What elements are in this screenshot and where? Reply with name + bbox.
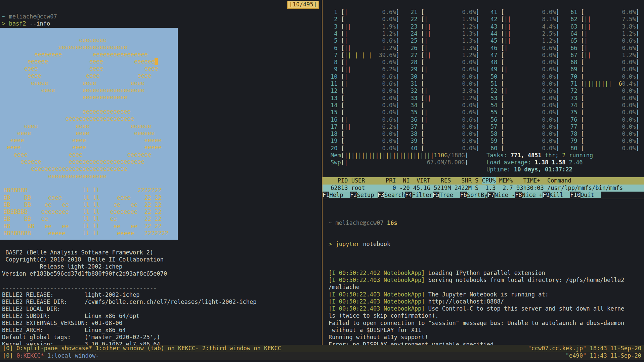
pane-jupyter[interactable]: ~ meliache@ccw07 16s > jupyter notebook …	[329, 205, 624, 355]
cpu-meter-43: 43 [|| 4.4%]	[490, 23, 559, 30]
cpu-meter-30: 30 [ 0.0%]	[411, 73, 479, 80]
cpu-meter-26: 26 [| 1.3%]	[411, 45, 479, 52]
cpu-meter-47: 47 [ 0.0%]	[490, 52, 559, 59]
fkey-f7[interactable]: F7Nice -	[487, 192, 515, 198]
cpu-meter-64: 64 [| 1.2%]	[570, 30, 639, 37]
fkey-f3[interactable]: F3Search	[378, 192, 405, 198]
window-item[interactable]: 2:third window on KEKCC	[202, 345, 281, 352]
swap-meter: Swp[| 67.0M/8.00G]	[331, 159, 468, 166]
window-item-current[interactable]: 0:split-pane showcase*	[16, 345, 92, 352]
fkey-f1[interactable]: F1Help	[323, 192, 350, 198]
fkey-f4[interactable]: F4Filter	[405, 192, 433, 198]
jupyter-log-line: [I 00:50:22.403 NotebookApp] The Jupyter…	[329, 291, 624, 298]
session-index: [0]	[3, 352, 16, 359]
prompt-caret-icon: >	[329, 241, 332, 247]
jupyter-log-line: [I 00:50:22.403 NotebookApp] http://loca…	[329, 298, 624, 305]
cpu-meter-5: 5 [| 0.6%]	[331, 37, 399, 44]
memory-meter: Mem[||||||||||||||||||||||||||110G/188G]	[331, 152, 468, 159]
copy-mode-position-badge: [10/495]	[287, 1, 319, 9]
status-host-clock: "ccw07.cc.kek.jp" 18:43 11-Sep-20	[528, 345, 641, 352]
window-item[interactable]: 1:local window-	[47, 352, 99, 359]
cpu-meter-60: 60 [ 0.0%]	[490, 145, 559, 152]
cpu-meter-7: 7 [|| | | | 39.6%]	[331, 52, 399, 59]
cpu-meter-51: 51 [ 0.0%]	[490, 80, 559, 87]
cpu-meter-53: 53 [ 0.0%]	[490, 95, 559, 102]
session-index: [0]	[3, 345, 16, 352]
cpu-meter-23: 23 [|| 1.2%]	[411, 23, 479, 30]
fkey-f5[interactable]: F5Tree	[433, 192, 460, 198]
basf2-release-info: BASF2 (Belle Analysis Software Framework…	[2, 249, 256, 348]
cpu-meter-55: 55 [ 0.0%]	[490, 109, 559, 116]
cpu-meter-63: 63 [|| 3.8%]	[570, 23, 639, 30]
cpu-meter-44: 44 [|| 2.5%]	[490, 30, 559, 37]
cpu-meter-45: 45 [|| 1.2%]	[490, 37, 559, 44]
command-args: notebook	[359, 241, 390, 247]
cpu-meter-25: 25 [| 1.3%]	[411, 37, 479, 44]
status-bar-remote-tmux: [0] 0:split-pane showcase* 1:other windo…	[0, 345, 644, 352]
cpu-meter-35: 35 [| 0.6%]	[411, 109, 479, 116]
command-name: jupyter	[332, 241, 359, 247]
cpu-meter-42: 42 [|| 8.1%]	[490, 16, 559, 23]
cpu-meter-75: 75 [ 0.0%]	[570, 109, 639, 116]
jupyter-log-line: [I 00:50:22.403 NotebookApp] Serving not…	[329, 277, 624, 284]
cpu-meter-14: 14 [ 0.0%]	[331, 102, 399, 109]
cpu-meter-28: 28 [ 0.0%]	[411, 59, 479, 66]
cpu-meter-62: 62 [|| 7.5%]	[570, 16, 639, 23]
cpu-meter-79: 79 [ 0.0%]	[570, 137, 639, 145]
cpu-meter-17: 17 [|| 6.2%]	[331, 123, 399, 130]
cpu-meter-38: 38 [ 0.0%]	[411, 130, 479, 137]
cpu-meter-39: 39 [ 0.0%]	[411, 137, 479, 145]
prompt-user-host: meliache@ccw07	[332, 219, 384, 226]
cpu-meter-11: 11 [| 0.6%]	[331, 80, 399, 87]
cpu-meter-36: 36 [| 0.6%]	[411, 116, 479, 123]
fkey-f8[interactable]: F8Nice +	[515, 192, 543, 198]
fkey-f9[interactable]: F9Kill	[543, 192, 570, 198]
window-item-current[interactable]: 0:KEKCC*	[16, 352, 44, 359]
command-duration: 16s	[384, 219, 397, 226]
cpu-meter-54: 54 [ 0.0%]	[490, 102, 559, 109]
basf2-logo-banner: eeeeeeee eeeeeeeeeeeeeeeeeeee eeeeeeee e…	[0, 28, 178, 240]
cpu-meter-52: 52 [| 0.6%]	[490, 87, 559, 94]
cpu-meter-58: 58 [ 0.0%]	[490, 130, 559, 137]
shell-prompt: ~ meliache@ccw07 16s	[329, 219, 624, 227]
cpu-meter-15: 15 [ 0.0%]	[331, 109, 399, 116]
spacer	[44, 352, 47, 359]
cpu-meter-32: 32 [| 3.8%]	[411, 87, 479, 94]
cpu-meter-76: 76 [ 0.0%]	[570, 116, 639, 123]
cpu-meter-19: 19 [ 0.0%]	[331, 137, 399, 145]
fkey-f2[interactable]: F2Setup	[350, 192, 378, 198]
cpu-meter-56: 56 [ 0.0%]	[490, 116, 559, 123]
cpu-meter-71: 71 [|||||||| 60.4%]	[570, 80, 639, 87]
spacer	[199, 345, 202, 352]
cpu-meter-57: 57 [ 0.0%]	[490, 123, 559, 130]
cpu-meter-50: 50 [ 0.0%]	[490, 73, 559, 80]
cpu-meter-49: 49 [| 0.6%]	[490, 66, 559, 73]
sort-column-cpu[interactable]: CPU%	[482, 177, 496, 184]
status-host-clock: "e490" 11:43 11-Sep-20	[566, 352, 641, 359]
cpu-meter-16: 16 [| 0.6%]	[331, 116, 399, 123]
jupyter-log-line: /meliache	[329, 284, 624, 291]
header-columns-right: MEM% TIME+ Command	[496, 177, 571, 184]
cpu-meter-18: 18 [ 0.0%]	[331, 130, 399, 137]
process-row-selected[interactable]: 62813 root 0 -20 45.1G 5219M 2422M S 1.3…	[323, 185, 644, 192]
cpu-meter-29: 29 [| 0.6%]	[411, 66, 479, 73]
cpu-meter-80: 80 [ 0.0%]	[570, 145, 639, 152]
cpu-meter-73: 73 [ 0.0%]	[570, 95, 639, 102]
cpu-meter-70: 70 [ 0.0%]	[570, 73, 639, 80]
cpu-meter-21: 21 [ 0.0%]	[411, 9, 479, 16]
basf2-ascii-logo: eeeeeeee eeeeeeeeeeeeeeeeeeee eeeeeeee e…	[0, 37, 178, 237]
status-bar-local-tmux: [0] 0:KEKCC* 1:local window- "e490" 11:4…	[0, 352, 644, 360]
window-item[interactable]: 1:other window (tab) on KEKCC-	[95, 345, 199, 352]
cpu-meter-72: 72 [ 0.0%]	[570, 87, 639, 94]
cpu-meter-77: 77 [ 0.0%]	[570, 123, 639, 130]
uptime: Uptime: 10 days, 01:37:22	[486, 166, 572, 173]
fkey-f6[interactable]: F6SortBy	[460, 192, 488, 198]
cpu-meter-2: 2 [ 0.0%]	[331, 16, 399, 23]
cpu-meter-61: 61 [ 0.0%]	[570, 9, 639, 16]
cpu-meter-12: 12 [ 0.0%]	[331, 87, 399, 94]
spacer	[92, 345, 95, 352]
cpu-meter-13: 13 [ 0.0%]	[331, 95, 399, 102]
fkey-f10[interactable]: F10Quit	[570, 192, 601, 198]
pane-divider-vertical[interactable]	[322, 0, 323, 345]
tmux-terminal: ~ meliache@ccw07 > basf2 --info eeeeeeee…	[0, 0, 644, 362]
